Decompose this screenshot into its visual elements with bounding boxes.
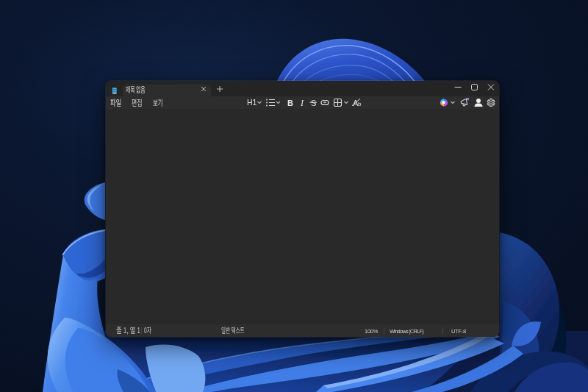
svg-text:B: B	[287, 99, 293, 107]
svg-text:I: I	[300, 98, 304, 108]
svg-text:b: b	[358, 101, 362, 107]
svg-text:H1: H1	[247, 98, 257, 107]
